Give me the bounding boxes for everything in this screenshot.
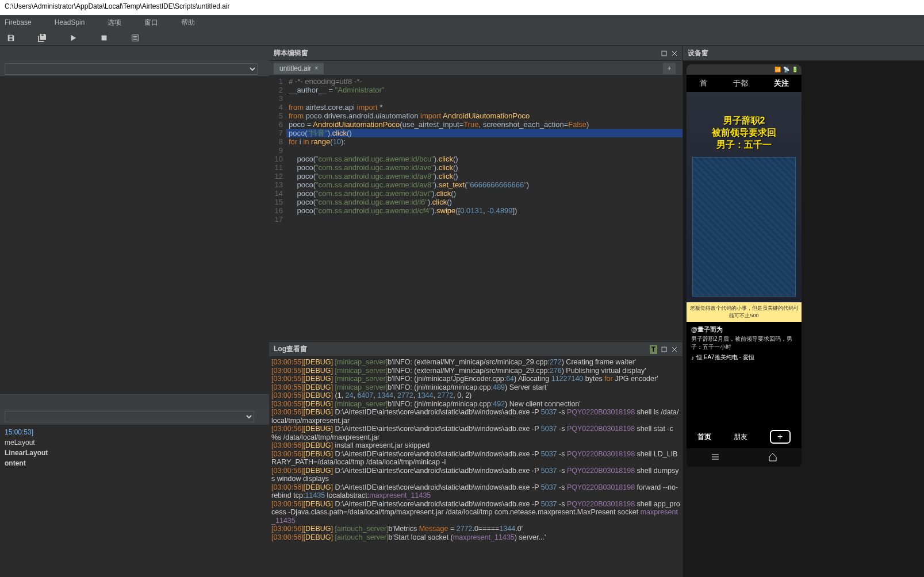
hierarchy-dropdown[interactable] (5, 411, 254, 422)
close-icon[interactable] (671, 346, 678, 353)
battery-icon: 🔋 (792, 67, 798, 72)
video-area[interactable]: 男子辞职2 被前领导要求回 男子：五千一 老板觉得改个代码的小事，但是员关键的代… (687, 92, 802, 322)
svg-rect-0 (102, 35, 107, 40)
tab-label: untitled.air (279, 64, 311, 72)
log-panel: Log查看窗 T [03:00:55][DEBUG] [minicap_serv… (269, 341, 683, 577)
log-output[interactable]: [03:00:55][DEBUG] [minicap_server]b'INFO… (269, 357, 683, 577)
left-column: 15:00:53] meLayout LinearLayout ontent (0, 46, 269, 577)
filter-icon[interactable]: T (650, 345, 657, 354)
editor-tabbar: untitled.air × + (269, 61, 683, 76)
tab-city[interactable]: 于都 (733, 78, 748, 89)
log-panel-title: Log查看窗 (274, 344, 307, 354)
script-panel-title: 脚本编辑窗 (274, 48, 308, 58)
left-top-header (0, 46, 269, 61)
left-bottom-selector-row (0, 409, 269, 425)
video-music[interactable]: ♪ 恒 EA7推美纯电 - 爱恒 (691, 353, 797, 361)
main-area: 15:00:53] meLayout LinearLayout ontent 脚… (0, 46, 924, 577)
tree-node[interactable]: meLayout (0, 437, 269, 448)
video-author[interactable]: @量子而为 (691, 325, 797, 334)
phone-bottom-nav: 首页 朋友 + (687, 425, 802, 448)
music-note-icon: ♪ (691, 355, 694, 361)
tab-follow[interactable]: 关注 (774, 78, 789, 89)
stop-icon[interactable] (100, 34, 108, 42)
save-icon[interactable] (7, 34, 15, 42)
device-viewport[interactable]: 📶 📡 🔋 首 于都 关注 男子辞职2 被前领导要求回 男子：五千一 (683, 61, 924, 577)
video-meta: @量子而为 男子辞职2月后，被前领导要求回码，男子：五千一小时 ♪ 恒 EA7推… (687, 322, 802, 365)
tree-timestamp: 15:00:53] (0, 427, 269, 437)
save-all-icon[interactable] (38, 34, 46, 42)
video-caption: 老板觉得改个代码的小事，但是员关键的代码可能可不止500 (687, 302, 802, 322)
svg-rect-17 (662, 347, 666, 352)
device-panel-header: 设备窗 (683, 46, 924, 61)
device-panel-title: 设备窗 (688, 48, 708, 58)
code-editor[interactable]: 1234567891011121314151617 # -*- encoding… (269, 76, 683, 341)
left-bottom-header (0, 394, 269, 409)
video-description: 男子辞职2月后，被前领导要求回码，男子：五千一小时 (691, 335, 797, 351)
menu-icon[interactable] (710, 452, 720, 464)
new-tab-button[interactable]: + (663, 63, 676, 74)
log-panel-header: Log查看窗 T (269, 342, 683, 357)
run-icon[interactable] (69, 34, 77, 42)
close-icon[interactable] (671, 50, 678, 57)
window-title: C:\Users\Administrator\AppData\Local\Tem… (5, 2, 229, 10)
nav-post-button[interactable]: + (770, 430, 791, 444)
left-panel-bottom: 15:00:53] meLayout LinearLayout ontent (0, 393, 269, 577)
window-titlebar: C:\Users\Administrator\AppData\Local\Tem… (0, 0, 924, 15)
video-thumbnail (692, 157, 796, 297)
wifi-icon: 📡 (783, 67, 789, 72)
nav-home[interactable]: 首页 (697, 432, 711, 442)
menu-help[interactable]: 帮助 (181, 18, 195, 28)
svg-rect-14 (662, 51, 666, 56)
tab-home[interactable]: 首 (700, 78, 707, 89)
tree-node[interactable]: LinearLayout (0, 448, 269, 458)
nav-friends[interactable]: 朋友 (734, 432, 747, 442)
tab-close-icon[interactable]: × (315, 65, 318, 71)
hierarchy-tree[interactable]: 15:00:53] meLayout LinearLayout ontent (0, 425, 269, 468)
middle-column: 脚本编辑窗 untitled.air × + 12345678910111213… (269, 46, 683, 577)
video-headline: 男子辞职2 被前领导要求回 男子：五千一 (687, 115, 802, 151)
signal-icon: 📶 (775, 67, 781, 72)
right-column: 设备窗 📶 📡 🔋 首 于都 关注 男子辞职2 被前领导要求回 (683, 46, 924, 577)
script-panel-header: 脚本编辑窗 (269, 46, 683, 61)
code-area[interactable]: # -*- encoding=utf8 -*-__author__ = "Adm… (286, 77, 683, 341)
menu-options[interactable]: 选项 (108, 18, 121, 28)
menu-firebase[interactable]: Firebase (5, 18, 32, 26)
line-gutter: 1234567891011121314151617 (269, 77, 286, 341)
phone-statusbar: 📶 📡 🔋 (687, 64, 802, 75)
report-icon[interactable] (131, 34, 139, 42)
home-icon[interactable] (768, 452, 778, 464)
left-panel-top (0, 46, 269, 393)
menubar: Firebase HeadSpin 选项 窗口 帮助 (0, 15, 924, 30)
restore-icon[interactable] (661, 346, 668, 353)
menu-headspin[interactable]: HeadSpin (55, 18, 85, 26)
phone-top-tabs: 首 于都 关注 (687, 75, 802, 92)
left-top-selector-row (0, 61, 269, 77)
editor-tab[interactable]: untitled.air × (274, 63, 324, 74)
phone-screen[interactable]: 📶 📡 🔋 首 于都 关注 男子辞职2 被前领导要求回 男子：五千一 (687, 64, 802, 467)
restore-icon[interactable] (661, 50, 668, 57)
phone-system-nav (687, 448, 802, 467)
selector-dropdown[interactable] (5, 63, 258, 75)
menu-window[interactable]: 窗口 (144, 18, 158, 28)
toolbar (0, 30, 924, 46)
tree-node[interactable]: ontent (0, 458, 269, 468)
